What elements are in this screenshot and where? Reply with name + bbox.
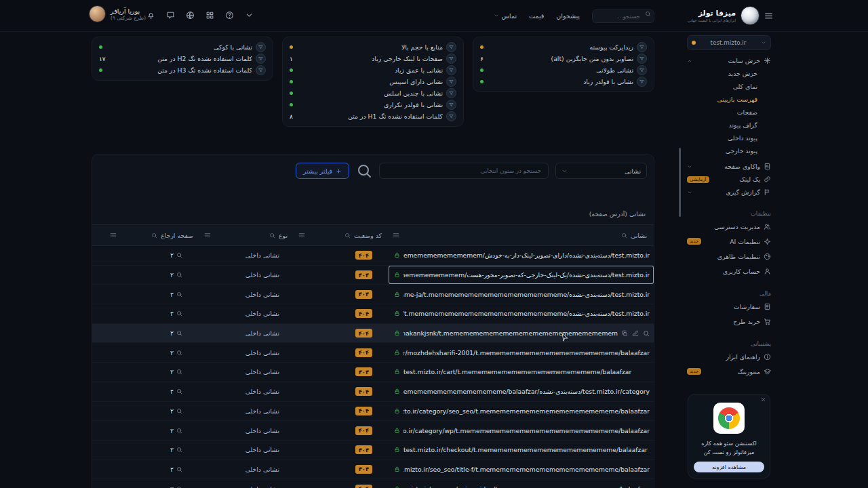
sidebar-item[interactable]: نمای کلی [683, 80, 775, 93]
ref-cell[interactable]: ۲ [106, 310, 200, 317]
sidebar-item[interactable]: فهرست بازبینی [683, 93, 775, 106]
filter-funnel-icon[interactable] [446, 42, 456, 52]
url-cell[interactable]: test.mizto.ir/دسته‌بندی-نشده/alt-dare-va… [389, 285, 654, 304]
row-search-icon[interactable] [176, 330, 182, 336]
scrollbar-thumb[interactable] [679, 148, 681, 217]
column-search-icon[interactable] [269, 232, 275, 239]
table-row[interactable]: test.mizto.ir/cart/t.mememememememememem… [92, 363, 654, 382]
sidebar-item[interactable]: صفحات [683, 106, 775, 119]
column-menu-icon[interactable] [110, 232, 117, 239]
user-menu-chevron-icon[interactable] [245, 11, 254, 20]
column-search-icon[interactable] [151, 232, 157, 239]
inspect-icon[interactable] [643, 330, 650, 337]
url-cell[interactable]: test.mizto.ir/seo_seo/voice-video/t.meme… [389, 479, 654, 488]
hamburger-menu-icon[interactable] [764, 12, 773, 20]
filter-funnel-icon[interactable] [446, 77, 456, 87]
table-row[interactable]: test.mizto.ir/category/دسته‌بندی-نشده/t.… [92, 382, 654, 402]
sidebar-item[interactable]: خزش سایت [683, 54, 775, 67]
sidebar-item[interactable]: پیوند خارجی [683, 144, 775, 157]
sidebar-item[interactable]: خرید طرح [683, 314, 775, 329]
table-row[interactable]: test.mizto.ir/author/mozhdehsharifi-2001… [92, 343, 654, 363]
table-row[interactable]: test.mizto.ir/category/seo_seo/t.mememem… [92, 402, 654, 422]
promo-button[interactable]: مشاهده افزونه [694, 462, 764, 472]
header-ref[interactable]: صفحه ارجاع [106, 225, 200, 245]
ref-cell[interactable]: ۲ [106, 271, 200, 279]
sidebar-item[interactable]: تنظیمات AI جدید [683, 234, 775, 249]
row-search-icon[interactable] [176, 291, 182, 298]
topbar-nav-item[interactable]: تماس [494, 12, 517, 20]
table-row[interactable]: test.mizto.ir/author/asnakankjsnk/t.meme… [92, 324, 654, 344]
language-globe-icon[interactable] [186, 11, 195, 20]
row-search-icon[interactable] [176, 369, 182, 375]
row-search-icon[interactable] [176, 272, 182, 278]
filter-funnel-icon[interactable] [256, 42, 266, 52]
search-icon[interactable] [356, 163, 372, 179]
topbar-nav-item[interactable]: قیمت [529, 12, 544, 20]
filter-funnel-icon[interactable] [446, 65, 456, 75]
user-menu[interactable]: پوریا آریافر (طرح شرکتی ۹) [89, 5, 146, 22]
row-search-icon[interactable] [176, 466, 182, 472]
header-url[interactable]: نشانی [389, 225, 654, 245]
table-row[interactable]: test.mizto.ir/دسته‌بندی-نشده/alt-dare-va… [92, 285, 654, 304]
sidebar-item[interactable]: مدیریت دسترسی [683, 219, 775, 234]
table-row[interactable]: test.mizto.ir/دسته‌بندی-نشده/یک-لینک-خار… [92, 266, 654, 285]
ref-cell[interactable]: ۲ [106, 446, 200, 453]
sidebar-item[interactable]: سفارشات [683, 299, 775, 314]
table-row[interactable]: test.mizto.ir/دسته‌بندی-نشده/دارای-تصویر… [92, 246, 654, 266]
column-menu-icon[interactable] [393, 232, 399, 239]
filter-funnel-icon[interactable] [446, 54, 456, 64]
filter-funnel-icon[interactable] [637, 54, 647, 64]
table-row[interactable]: test.mizto.ir/seo_seo/voice-video/t.meme… [92, 479, 654, 488]
filter-funnel-icon[interactable] [446, 100, 456, 110]
column-menu-icon[interactable] [298, 232, 305, 239]
row-search-icon[interactable] [176, 350, 182, 356]
url-cell[interactable]: test.mizto.ir/cart/t.mememememememememem… [389, 363, 654, 382]
ref-cell[interactable]: ۲ [106, 251, 200, 259]
sidebar-item[interactable]: تنظیمات [683, 208, 775, 219]
row-search-icon[interactable] [176, 447, 182, 453]
sidebar-item[interactable]: یک لینک آزمایشی [683, 173, 775, 186]
url-cell[interactable]: test.mizto.ir/category/seo_seo/t.mememem… [389, 402, 654, 421]
filter-funnel-icon[interactable] [446, 111, 456, 121]
column-menu-icon[interactable] [204, 232, 211, 239]
filter-funnel-icon[interactable] [637, 65, 647, 75]
more-filters-button[interactable]: فیلتر بیشتر [296, 163, 349, 179]
filter-funnel-icon[interactable] [446, 88, 456, 98]
sidebar-item[interactable]: گراف پیوند [683, 119, 775, 131]
sidebar-item[interactable]: راهنمای ابزار [683, 349, 775, 364]
sidebar-item[interactable]: واکاوی صفحه [683, 160, 775, 173]
url-cell[interactable]: test.mizto.ir/author/asnakankjsnk/t.meme… [389, 324, 654, 343]
sidebar-item[interactable]: خزش جدید [683, 67, 775, 80]
ref-cell[interactable]: ۲ [106, 466, 200, 473]
notifications-icon[interactable] [146, 11, 155, 20]
url-cell[interactable]: test.mizto.ir/author/mozhdehsharifi-2001… [389, 343, 654, 362]
messages-icon[interactable] [166, 11, 175, 20]
ref-cell[interactable]: ۲ [106, 388, 200, 395]
topbar-nav-item[interactable]: پیشخوان [556, 12, 580, 20]
column-select[interactable]: نشانی [555, 163, 647, 179]
ref-cell[interactable]: ۲ [106, 349, 200, 357]
row-search-icon[interactable] [176, 428, 182, 434]
table-row[interactable]: test.mizto.ir/seo_seo/title-f/t.memememe… [92, 460, 654, 480]
sidebar-item[interactable]: پشتیبانی [683, 338, 775, 349]
url-cell[interactable]: test.mizto.ir/checkout/t.mememememememem… [389, 441, 654, 460]
url-cell[interactable]: test.mizto.ir/category/دسته‌بندی-نشده/t.… [389, 382, 654, 401]
filter-funnel-icon[interactable] [256, 54, 266, 64]
ref-cell[interactable]: ۲ [106, 485, 200, 488]
row-search-icon[interactable] [176, 388, 182, 394]
url-cell[interactable]: test.mizto.ir/دسته‌بندی-نشده/یک-لینک-خار… [389, 266, 654, 285]
row-search-icon[interactable] [176, 408, 182, 414]
row-search-icon[interactable] [176, 310, 182, 317]
sidebar-item[interactable]: پیوند داخلی [683, 131, 775, 144]
filter-funnel-icon[interactable] [637, 77, 647, 87]
help-icon[interactable] [225, 11, 234, 20]
url-cell[interactable]: test.mizto.ir/category/wp/t.memememememe… [389, 421, 654, 440]
header-type[interactable]: نوع [200, 225, 294, 245]
url-cell[interactable]: test.mizto.ir/seo_seo/title-f/t.memememe… [389, 460, 654, 479]
column-search-input[interactable] [379, 163, 549, 179]
sidebar-item[interactable]: مالی [683, 288, 775, 299]
table-row[interactable]: test.mizto.ir/checkout/t.mememememememem… [92, 441, 654, 460]
ref-cell[interactable]: ۲ [106, 291, 200, 298]
sidebar-item[interactable]: گزارش گیری [683, 186, 775, 199]
row-search-icon[interactable] [176, 486, 182, 488]
